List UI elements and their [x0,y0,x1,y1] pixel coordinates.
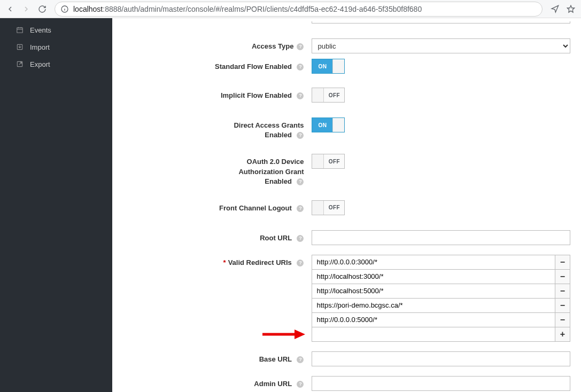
svg-rect-5 [17,28,23,33]
sidebar-item-label: Import [30,43,50,51]
access-type-select[interactable]: public [312,38,570,53]
row-admin-url: Admin URL ? [123,376,570,391]
help-icon[interactable]: ? [297,260,304,266]
svg-marker-4 [567,5,574,12]
admin-url-input[interactable] [312,376,570,391]
remove-uri-button[interactable]: − [555,255,570,270]
label-base-url: Base URL [259,355,292,363]
help-icon[interactable]: ? [297,43,304,50]
row-standard-flow: Standard Flow Enabled ? ON [123,59,570,74]
redirect-uri-input[interactable] [312,255,555,270]
standard-flow-toggle[interactable]: ON [312,59,345,74]
clipped-input[interactable] [312,21,570,23]
help-icon[interactable]: ? [297,64,304,70]
remove-uri-button[interactable]: − [555,298,570,313]
url-path: :8888/auth/admin/master/console/#/realms… [103,5,422,13]
label-direct-access: Direct Access Grants Enabled [234,121,304,139]
row-direct-access: Direct Access Grants Enabled ? ON [123,117,570,140]
svg-marker-13 [295,330,305,339]
svg-marker-3 [552,5,559,12]
reload-button[interactable] [35,2,49,16]
row-access-type: Access Type? public [123,38,570,53]
sidebar-item-label: Events [30,26,51,34]
forward-button[interactable] [19,2,33,16]
add-uri-button[interactable]: + [555,327,570,342]
address-bar[interactable]: localhost:8888/auth/admin/master/console… [55,2,543,17]
row-front-channel-logout: Front Channel Logout ? OFF [123,200,570,216]
share-icon [16,60,24,68]
oauth-device-toggle[interactable]: OFF [312,154,345,169]
row-root-url: Root URL ? [123,230,570,245]
label-valid-redirect: Valid Redirect URIs [228,258,292,266]
redirect-uri-input[interactable] [312,269,555,284]
required-star: * [223,258,226,266]
root-url-input[interactable] [312,230,570,245]
back-button[interactable] [3,2,17,16]
remove-uri-button[interactable]: − [555,269,570,284]
redirect-uri-input[interactable] [312,298,555,313]
star-icon[interactable] [564,2,578,16]
help-icon[interactable]: ? [297,235,304,242]
label-oauth-device: OAuth 2.0 Device Authorization Grant Ena… [238,158,304,185]
row-base-url: Base URL ? [123,351,570,366]
label-access-type: Access Type [252,42,294,50]
sidebar-item-export[interactable]: Export [0,56,112,73]
sidebar-item-events[interactable]: Events [0,21,112,38]
row-oauth-device: OAuth 2.0 Device Authorization Grant Ena… [123,154,570,186]
redirect-uri-input[interactable] [312,284,555,299]
valid-redirect-list: − − − − − + [312,255,570,342]
help-icon[interactable]: ? [297,381,304,388]
browser-toolbar: localhost:8888/auth/admin/master/console… [0,0,581,18]
url-host: localhost [73,5,103,13]
arrow-annotation-icon [262,329,305,340]
help-icon[interactable]: ? [297,356,304,363]
help-icon[interactable]: ? [297,132,304,139]
help-icon[interactable]: ? [297,178,304,185]
remove-uri-button[interactable]: − [555,284,570,299]
help-icon[interactable]: ? [297,92,304,99]
redirect-uri-new-input[interactable] [312,327,555,342]
redirect-uri-input[interactable] [312,312,555,327]
sidebar-item-import[interactable]: Import [0,38,112,56]
send-icon[interactable] [548,2,562,16]
info-icon [60,5,69,13]
calendar-icon [16,26,24,34]
base-url-input[interactable] [312,351,570,366]
row-implicit-flow: Implicit Flow Enabled ? OFF [123,88,570,104]
sidebar-item-label: Export [30,60,50,68]
label-front-channel: Front Channel Logout [219,204,292,212]
download-icon [16,43,24,51]
direct-access-toggle[interactable]: ON [312,117,345,132]
remove-uri-button[interactable]: − [555,312,570,327]
row-valid-redirect: *Valid Redirect URIs ? − − − − − + [123,255,570,342]
help-icon[interactable]: ? [297,205,304,212]
front-channel-logout-toggle[interactable]: OFF [312,200,345,215]
label-root-url: Root URL [260,234,292,242]
label-implicit-flow: Implicit Flow Enabled [221,91,292,99]
sidebar: Events Import Export [0,18,112,392]
implicit-flow-toggle[interactable]: OFF [312,88,345,103]
label-admin-url: Admin URL [254,380,292,388]
main-content: Access Type? public Standard Flow Enable… [112,18,581,392]
label-standard-flow: Standard Flow Enabled [215,62,292,70]
